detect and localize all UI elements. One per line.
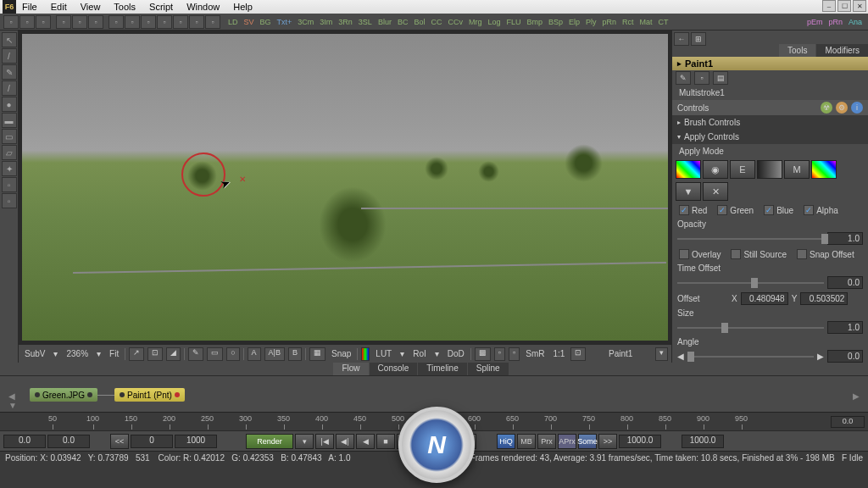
tb-cc[interactable]: CC bbox=[428, 18, 444, 26]
tb-mrg[interactable]: Mrg bbox=[466, 18, 485, 26]
flow-scroll-left[interactable]: ◀ bbox=[8, 391, 15, 401]
menu-file[interactable]: File bbox=[15, 2, 44, 12]
mask-tab-icon[interactable]: ▫ bbox=[694, 71, 709, 85]
text-tool-icon[interactable]: ▫ bbox=[2, 177, 17, 192]
info-icon[interactable]: i bbox=[851, 102, 863, 114]
timeoffset-slider[interactable] bbox=[677, 282, 824, 284]
vp-expand[interactable]: ▾ bbox=[655, 347, 668, 361]
tab-tools[interactable]: Tools bbox=[779, 44, 815, 57]
hiq-button[interactable]: HiQ bbox=[497, 434, 515, 449]
range-out-input[interactable]: 1000.0 bbox=[619, 435, 661, 448]
view-a[interactable]: A bbox=[248, 347, 261, 361]
blue-checkbox[interactable]: ✓ bbox=[764, 205, 774, 215]
apply-erase-button[interactable] bbox=[757, 160, 782, 179]
global-start-input[interactable]: 0.0 bbox=[3, 435, 46, 448]
angle-right-icon[interactable]: ▶ bbox=[817, 352, 824, 361]
vp-pen[interactable]: ✎ bbox=[188, 347, 203, 361]
tb-flu[interactable]: FLU bbox=[504, 18, 523, 26]
timeoffset-value[interactable]: 0.0 bbox=[827, 276, 863, 289]
flow-scroll-down[interactable]: ▼ bbox=[8, 401, 17, 410]
menu-script[interactable]: Script bbox=[142, 2, 180, 12]
angle-value[interactable]: 0.0 bbox=[827, 350, 863, 363]
global-end-input[interactable]: 1000.0 bbox=[682, 435, 724, 448]
vp-circ[interactable]: ○ bbox=[226, 347, 239, 361]
flow-scroll-right[interactable]: ▶ bbox=[853, 391, 860, 401]
smr-toggle[interactable]: SmR bbox=[523, 349, 547, 358]
tb-bg[interactable]: BG bbox=[258, 18, 274, 26]
play-rev-button[interactable]: ◀ bbox=[356, 434, 375, 449]
dod-toggle[interactable]: DoD bbox=[445, 349, 467, 358]
apply-controls-section[interactable]: Apply Controls bbox=[672, 130, 868, 144]
vp-grid[interactable]: ▦ bbox=[309, 347, 326, 361]
vp-checker[interactable]: ▩ bbox=[475, 347, 491, 361]
vp-lock-icon[interactable]: ⊡ bbox=[570, 347, 586, 361]
vp-rgb[interactable]: ▫ bbox=[494, 347, 505, 361]
apply-stamp-button[interactable]: ◉ bbox=[703, 160, 728, 179]
offset-x-input[interactable]: 0.480948 bbox=[741, 292, 788, 305]
tab-console[interactable]: Console bbox=[370, 363, 418, 375]
brush-tool-icon[interactable]: / bbox=[2, 48, 17, 64]
fit-button[interactable]: Fit bbox=[107, 349, 121, 358]
tb-blur[interactable]: Blur bbox=[376, 18, 394, 26]
brush-controls-section[interactable]: Brush Controls bbox=[672, 115, 868, 130]
settings-tab-icon[interactable]: ▤ bbox=[713, 71, 728, 85]
tool-save-icon[interactable]: ▫ bbox=[36, 15, 51, 29]
tool-copy-icon[interactable]: ▫ bbox=[72, 15, 87, 29]
timeline-end[interactable]: 0.0 bbox=[831, 416, 865, 428]
stop-button[interactable]: ■ bbox=[376, 434, 395, 449]
some-button[interactable]: Some bbox=[578, 434, 597, 449]
render-button[interactable]: Render bbox=[246, 434, 293, 449]
tb-bmp[interactable]: Bmp bbox=[524, 18, 545, 26]
tb-log[interactable]: Log bbox=[485, 18, 503, 26]
still-checkbox[interactable] bbox=[731, 249, 741, 259]
tb-txt[interactable]: Txt+ bbox=[275, 18, 295, 26]
tb-3cm[interactable]: 3Cm bbox=[295, 18, 316, 26]
opacity-value[interactable]: 1.0 bbox=[827, 232, 863, 245]
menu-help[interactable]: Help bbox=[226, 2, 259, 12]
render-menu-icon[interactable]: ▾ bbox=[295, 434, 314, 449]
roi-toggle[interactable]: RoI bbox=[410, 349, 429, 358]
tb-ply[interactable]: Ply bbox=[583, 18, 599, 26]
cur-frame-input[interactable]: 0 bbox=[131, 435, 173, 448]
fill-tool-icon[interactable]: ▫ bbox=[2, 193, 17, 208]
pen-tool-icon[interactable]: ✎ bbox=[2, 64, 17, 80]
copy-rect-icon[interactable]: ▭ bbox=[2, 129, 17, 144]
menu-window[interactable]: Window bbox=[180, 2, 226, 12]
ratio-label[interactable]: 1:1 bbox=[550, 349, 567, 358]
tb-3rn[interactable]: 3Rn bbox=[336, 18, 355, 26]
tb-sv[interactable]: SV bbox=[242, 18, 257, 26]
tool-paste-icon[interactable]: ▫ bbox=[88, 15, 103, 29]
gear-icon[interactable]: ⚙ bbox=[836, 102, 848, 114]
tb-elp[interactable]: Elp bbox=[566, 18, 582, 26]
snap-checkbox[interactable] bbox=[797, 249, 807, 259]
lut-toggle[interactable]: LUT bbox=[373, 349, 394, 358]
radioactive-icon[interactable]: ☢ bbox=[821, 102, 832, 114]
apply-color-button[interactable] bbox=[676, 160, 701, 179]
tb-prn2[interactable]: pRn bbox=[826, 18, 845, 26]
tool-cut-icon[interactable]: ▫ bbox=[56, 15, 71, 29]
tool-layout5-icon[interactable]: ▫ bbox=[173, 15, 188, 29]
view-b[interactable]: B bbox=[288, 347, 302, 361]
color-button[interactable] bbox=[361, 347, 370, 361]
offset-y-input[interactable]: 0.503502 bbox=[800, 292, 848, 305]
tb-ccv[interactable]: CCv bbox=[445, 18, 465, 26]
range-end-input[interactable]: 1000 bbox=[175, 435, 217, 448]
paint-tab-icon[interactable]: ✎ bbox=[676, 71, 691, 85]
panel-title[interactable]: Paint1 bbox=[672, 57, 868, 70]
tb-mat[interactable]: Mat bbox=[637, 18, 655, 26]
green-checkbox[interactable]: ✓ bbox=[717, 205, 727, 215]
apply-stamp2-button[interactable]: ▼ bbox=[676, 182, 701, 201]
opacity-slider[interactable] bbox=[677, 238, 824, 240]
tool-open-icon[interactable]: ▫ bbox=[19, 15, 35, 29]
tb-ana[interactable]: Ana bbox=[846, 18, 865, 26]
subv-label[interactable]: SubV bbox=[22, 349, 47, 358]
snap-toggle[interactable]: Snap bbox=[329, 349, 353, 358]
tb-3sl[interactable]: 3SL bbox=[356, 18, 375, 26]
zoom-level[interactable]: 236% bbox=[64, 349, 91, 358]
range-rev-button[interactable]: << bbox=[110, 434, 129, 449]
tb-bsp[interactable]: BSp bbox=[546, 18, 565, 26]
tb-rct[interactable]: Rct bbox=[620, 18, 637, 26]
line-tool-icon[interactable]: / bbox=[2, 80, 17, 96]
tab-spline[interactable]: Spline bbox=[468, 363, 509, 375]
go-start-button[interactable]: |◀ bbox=[315, 434, 334, 449]
